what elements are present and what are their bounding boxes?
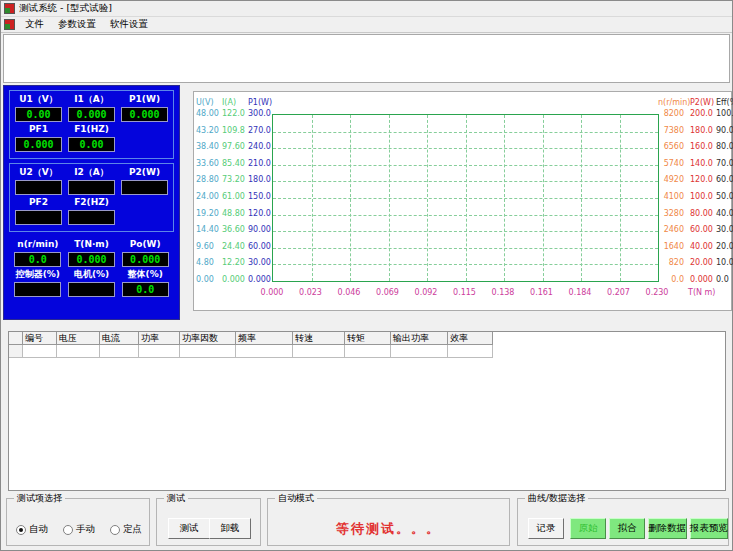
table-cell[interactable] bbox=[100, 345, 139, 358]
x-axis-tick: 0.046 bbox=[331, 288, 367, 298]
axis-tick: 38.40 bbox=[196, 142, 220, 152]
blank-panel bbox=[3, 34, 730, 83]
app-icon bbox=[4, 3, 15, 14]
table-cell[interactable] bbox=[57, 345, 100, 358]
gridline bbox=[543, 115, 544, 281]
button-报表预览[interactable]: 报表预览 bbox=[690, 518, 729, 539]
meter-label: T(N·m) bbox=[74, 239, 109, 250]
button-拟合[interactable]: 拟合 bbox=[609, 518, 645, 539]
meter-group-input2: U2（V）I2（A）P2(W)PF2F2(HZ) bbox=[9, 163, 174, 232]
window-title: 测试系统 - [型式试验] bbox=[19, 2, 112, 15]
axis-tick: 300.0 bbox=[248, 109, 270, 119]
table-cell[interactable] bbox=[236, 345, 293, 358]
meter-label: P2(W) bbox=[129, 167, 160, 178]
table-cell[interactable] bbox=[23, 345, 57, 358]
x-axis-tick: 0.069 bbox=[370, 288, 406, 298]
axis-tick: 180.0 bbox=[248, 175, 270, 185]
meter-label: P1(W) bbox=[129, 94, 160, 105]
axis-tick: 100.0 bbox=[690, 192, 714, 202]
axis-tick: 120.0 bbox=[690, 175, 714, 185]
meter-label: F2(HZ) bbox=[74, 197, 109, 208]
axis-tick: 0.00 bbox=[196, 275, 220, 285]
axis-tick: 14.40 bbox=[196, 225, 220, 235]
table-cell[interactable] bbox=[180, 345, 236, 358]
meter-value bbox=[15, 210, 62, 225]
axis-tick: 97.60 bbox=[222, 142, 246, 152]
meter-value: 0.000 bbox=[68, 107, 115, 122]
axis-tick: 40.0 bbox=[716, 209, 733, 219]
gridline bbox=[581, 115, 582, 281]
axis-tick: 7380 bbox=[658, 126, 684, 136]
radio-option-自动[interactable]: 自动 bbox=[16, 523, 48, 536]
axis-tick: 48.80 bbox=[222, 209, 246, 219]
axis-tick: 0.000 bbox=[690, 275, 714, 285]
table-cell[interactable] bbox=[293, 345, 345, 358]
axis-tick: 6560 bbox=[658, 142, 684, 152]
axis-name: P1(W) bbox=[248, 98, 270, 108]
meter-label: F1(HZ) bbox=[74, 124, 109, 135]
column-header: 功率因数 bbox=[180, 332, 236, 345]
axis-name: Eff(%) bbox=[716, 98, 733, 108]
gridline bbox=[273, 248, 658, 249]
column-header: 电流 bbox=[100, 332, 139, 345]
table-cell[interactable] bbox=[139, 345, 180, 358]
axis-tick: 50.0 bbox=[716, 192, 733, 202]
meter-value bbox=[121, 180, 168, 195]
table-cell[interactable] bbox=[448, 345, 493, 358]
menu-parameter-settings[interactable]: 参数设置 bbox=[51, 17, 103, 32]
axis-tick: 28.80 bbox=[196, 175, 220, 185]
group-title: 自动模式 bbox=[275, 492, 317, 504]
row-selector-cell[interactable] bbox=[9, 345, 23, 358]
axis-name: n(r/min) bbox=[658, 98, 684, 108]
axis-tick: 40.00 bbox=[690, 242, 714, 252]
meter-value bbox=[15, 180, 62, 195]
radio-icon bbox=[110, 525, 120, 535]
group-curve-data-select: 曲线/数据选择 记录原始拟合删除数据报表预览 bbox=[517, 498, 729, 546]
meter-value bbox=[68, 282, 115, 297]
radio-option-定点[interactable]: 定点 bbox=[110, 523, 142, 536]
meter-value bbox=[68, 210, 115, 225]
row-selector-header bbox=[9, 332, 23, 345]
menu-file[interactable]: 文件 bbox=[18, 17, 51, 32]
axis-tick: 150.0 bbox=[248, 192, 270, 202]
gridline bbox=[620, 115, 621, 281]
meter-value: 0.000 bbox=[122, 252, 169, 267]
gridline bbox=[273, 264, 658, 265]
curve-buttons: 记录原始拟合删除数据报表预览 bbox=[518, 499, 728, 539]
window: 测试系统 - [型式试验] 文件 参数设置 软件设置 U1（V）0.00I1（A… bbox=[0, 0, 733, 551]
radio-option-手动[interactable]: 手动 bbox=[63, 523, 95, 536]
column-header: 电压 bbox=[57, 332, 100, 345]
button-记录[interactable]: 记录 bbox=[528, 518, 564, 539]
group-test-item-select: 测试项选择 自动手动定点 bbox=[6, 498, 150, 546]
button-测试[interactable]: 测试 bbox=[168, 518, 210, 539]
title-bar: 测试系统 - [型式试验] bbox=[1, 1, 732, 17]
meter-label: PF2 bbox=[29, 197, 48, 208]
column-header: 频率 bbox=[236, 332, 293, 345]
axis-tick: 80.0 bbox=[716, 142, 733, 152]
x-axis-tick: 0.230 bbox=[639, 288, 675, 298]
axis-tick: 4.80 bbox=[196, 258, 220, 268]
x-axis-tick: 0.092 bbox=[408, 288, 444, 298]
group-title: 测试 bbox=[164, 492, 188, 504]
x-axis-tick: 0.207 bbox=[601, 288, 637, 298]
column-header: 输出功率 bbox=[391, 332, 448, 345]
table-cell[interactable] bbox=[345, 345, 391, 358]
meter-label: I2（A） bbox=[74, 167, 109, 178]
meter-label: 控制器(%) bbox=[16, 269, 60, 280]
button-原始[interactable]: 原始 bbox=[570, 518, 606, 539]
button-删除数据[interactable]: 删除数据 bbox=[648, 518, 687, 539]
table-cell[interactable] bbox=[391, 345, 448, 358]
axis-tick: 12.20 bbox=[222, 258, 246, 268]
chart-panel: U(V)48.0043.2038.4033.6028.8024.0019.201… bbox=[193, 91, 732, 311]
group-test: 测试 测试卸载 bbox=[156, 498, 261, 546]
meter-value: 0.000 bbox=[121, 107, 168, 122]
test-buttons: 测试卸载 bbox=[157, 499, 260, 539]
meter-value: 0.0 bbox=[14, 252, 61, 267]
radio-icon bbox=[63, 525, 73, 535]
menu-software-settings[interactable]: 软件设置 bbox=[103, 17, 155, 32]
axis-tick: 30.00 bbox=[248, 258, 270, 268]
button-卸载[interactable]: 卸载 bbox=[209, 518, 251, 539]
axis-tick: 60.0 bbox=[716, 175, 733, 185]
table-row bbox=[9, 345, 725, 358]
axis-tick: 8200 bbox=[658, 109, 684, 119]
